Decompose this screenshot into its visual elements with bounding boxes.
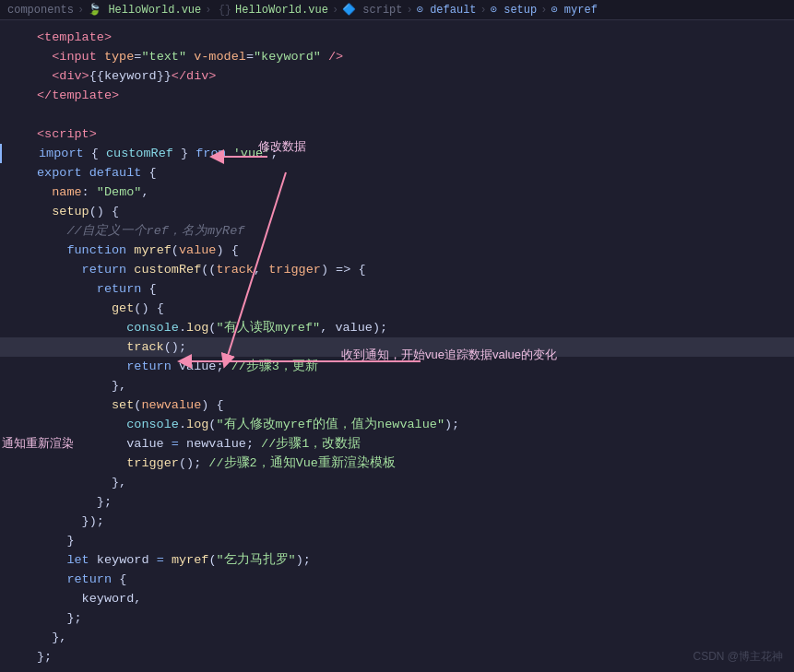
code-line: <input type="text" v-model="keyword" /> — [0, 47, 794, 66]
code-line: let keyword = myref("乞力马扎罗"); — [0, 550, 794, 570]
breadcrumb-bar: components › 🍃 HelloWorld.vue › {} Hello… — [0, 0, 794, 20]
code-line: <div>{{keyword}}</div> — [0, 66, 794, 86]
bc-myref: ⊙ myref — [551, 3, 597, 17]
bc-helloworld2: HelloWorld.vue — [235, 4, 328, 17]
code-line: </template> — [0, 86, 794, 105]
code-line: }, — [0, 473, 794, 492]
code-line: }); — [0, 512, 794, 531]
code-line: get() { — [0, 299, 794, 318]
code-line: value = newvalue; //步骤1，改数据 — [0, 434, 794, 454]
code-line: set(newvalue) { — [0, 395, 794, 415]
code-line: }; — [0, 492, 794, 512]
code-line: setup() { — [0, 202, 794, 221]
code-line: }; — [0, 608, 794, 628]
bc-script: 🔷 script — [342, 3, 402, 17]
code-line: //自定义一个ref，名为myRef — [0, 221, 794, 241]
code-line: return value; //步骤3，更新 — [0, 357, 794, 376]
code-line: <script> — [0, 124, 794, 144]
code-line: import { customRef } from 'vue'; — [0, 144, 794, 163]
code-line: trigger(); //步骤2，通知Vue重新渲染模板 — [0, 454, 794, 473]
code-line: return customRef((track, trigger) => { — [0, 260, 794, 279]
code-line: export default { — [0, 163, 794, 183]
csdn-watermark: CSDN @博主花神 — [693, 649, 783, 665]
code-line: }, — [0, 376, 794, 395]
code-line: } — [0, 531, 794, 550]
code-line: keyword, — [0, 589, 794, 608]
code-line: console.log("有人读取myref", value); — [0, 318, 794, 337]
code-container: <template> <input type="text" v-model="k… — [0, 20, 794, 672]
bc-sep1: › — [77, 4, 84, 17]
code-line: return { — [0, 570, 794, 589]
code-line: function myref(value) { — [0, 241, 794, 260]
code-line: }; — [0, 647, 794, 666]
code-line — [0, 105, 794, 124]
code-line: return { — [0, 279, 794, 299]
code-line: name: "Demo", — [0, 183, 794, 202]
bc-setup: ⊙ setup — [491, 3, 537, 17]
code-line: <template> — [0, 28, 794, 47]
bc-components: components — [7, 4, 74, 17]
code-line: track(); — [0, 337, 794, 357]
bc-helloworld1: 🍃 HelloWorld.vue — [88, 3, 201, 17]
code-line: }, — [0, 628, 794, 647]
bc-default: ⊙ default — [417, 3, 477, 17]
code-line: console.log("有人修改myref的值，值为newvalue"); — [0, 415, 794, 434]
